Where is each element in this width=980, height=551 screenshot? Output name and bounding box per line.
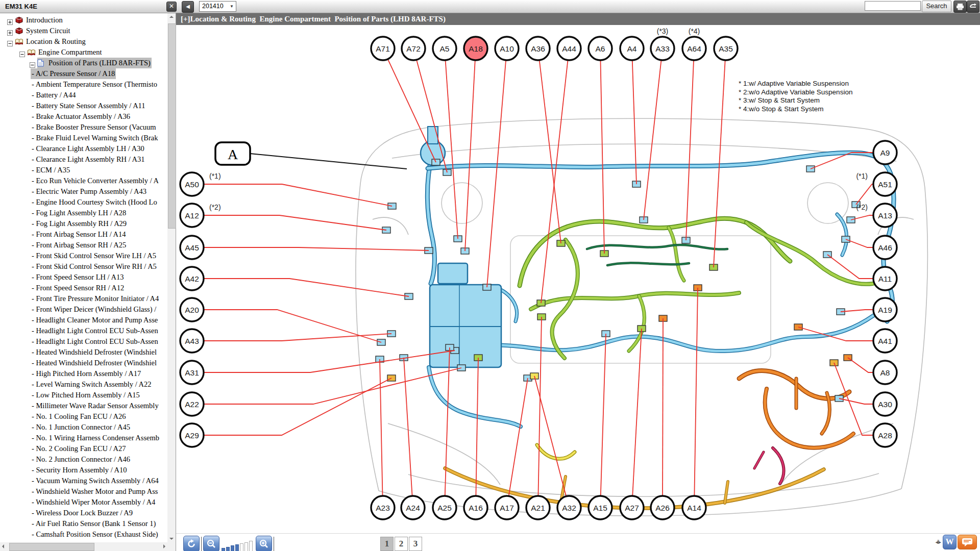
tree-item[interactable]: System Circuit	[0, 26, 167, 36]
tree-item[interactable]: - Fog Light Assembly RH / A29	[0, 218, 167, 229]
footnote-mark: (*1)	[856, 172, 868, 180]
feedback-chat-icon[interactable]	[958, 535, 977, 549]
tree-item[interactable]: - No. 1 Cooling Fan ECU / A26	[0, 411, 167, 422]
tree-item[interactable]: - Wireless Door Lock Buzzer / A9	[0, 508, 167, 518]
collapse-minus-icon[interactable]	[19, 49, 25, 55]
tree-item[interactable]: Position of Parts (LHD 8AR-FTS)	[0, 58, 167, 68]
print-icon[interactable]	[953, 1, 967, 13]
sidebar: IntroductionSystem CircuitLocation & Rou…	[0, 13, 176, 551]
tree-item[interactable]: - Eco Run Vehicle Converter Assembly / A	[0, 176, 167, 186]
callout-label: A32	[562, 504, 576, 512]
tree-item[interactable]: - Ambient Temperature Sensor (Thermisto	[0, 79, 167, 90]
export-word-button[interactable]: W	[943, 535, 957, 549]
tree-item[interactable]: - Level Warning Switch Assembly / A22	[0, 379, 167, 390]
tree-item[interactable]: - Clearance Light Assembly LH / A30	[0, 143, 167, 154]
return-arrow-icon[interactable]	[967, 1, 979, 13]
zoom-out-icon[interactable]	[203, 536, 219, 551]
tree-item-label: - Headlight Light Control ECU Sub-Assen	[31, 325, 159, 336]
tree-item[interactable]: - Engine Hood Courtesy Switch (Hood Lo	[0, 197, 167, 208]
tree-item[interactable]: - Heated Windshield Defroster (Windshiel	[0, 347, 167, 358]
tree-item[interactable]: - Front Skid Control Sensor Wire LH / A5	[0, 251, 167, 261]
tree-item[interactable]: - Security Horn Assembly / A10	[0, 465, 167, 475]
scroll-right-icon[interactable]	[163, 544, 165, 548]
tree-item[interactable]: - Electric Water Pump Assembly / A43	[0, 186, 167, 197]
collapse-minus-icon[interactable]	[7, 39, 13, 44]
tree-item[interactable]: - Brake Actuator Assembly / A36	[0, 111, 167, 122]
tree-item[interactable]: - Headlight Cleaner Motor and Pump Asse	[0, 315, 167, 325]
tree-item-label: - Front Skid Control Sensor Wire RH / A5	[31, 261, 158, 272]
vertical-scroll-thumb[interactable]	[168, 23, 176, 229]
tree-item[interactable]: - Front Tire Pressure Monitor Initiator …	[0, 293, 167, 304]
tree-item[interactable]: - Brake Fluid Level Warning Switch (Brak	[0, 133, 167, 143]
sidebar-horizontal-scrollbar[interactable]	[0, 542, 167, 551]
tree-item[interactable]: Location & Routing	[0, 36, 167, 47]
resize-handle-icon[interactable]: ◂‖▸	[935, 539, 940, 545]
search-button[interactable]: Search	[922, 1, 951, 12]
refresh-icon[interactable]	[183, 536, 200, 551]
leader-line-A5	[445, 48, 458, 239]
tree-item-label: - Engine Hood Courtesy Switch (Hood Lo	[31, 197, 158, 208]
tree-item[interactable]: - Clearance Light Assembly RH / A31	[0, 154, 167, 165]
tree-item[interactable]: - No. 2 Junction Connector / A46	[0, 454, 167, 465]
tree-item[interactable]: - Front Airbag Sensor LH / A14	[0, 229, 167, 240]
scroll-up-icon[interactable]	[169, 16, 174, 18]
close-icon[interactable]: ✕	[166, 2, 177, 12]
scroll-left-icon[interactable]	[2, 544, 4, 548]
leader-line-A26	[663, 318, 663, 508]
callout-label: A50	[185, 180, 199, 189]
tree-item[interactable]: - Heated Windshield Defroster (Windshiel	[0, 358, 167, 368]
leader-line-A44	[541, 48, 569, 303]
tree-item[interactable]: Introduction	[0, 15, 167, 26]
tree-item-label: - No. 1 Junction Connector / A45	[31, 422, 131, 433]
tree-item[interactable]: - Vacuum Warning Switch Assembly / A64	[0, 475, 167, 486]
tree-item[interactable]: - ECM / A35	[0, 165, 167, 176]
version-dropdown[interactable]: 201410 ▼	[199, 1, 236, 12]
tree-item[interactable]: - Headlight Light Control ECU Sub-Assen	[0, 336, 167, 347]
leader-line-A35	[714, 48, 726, 267]
tree-item[interactable]: - Front Airbag Sensor RH / A25	[0, 240, 167, 251]
tree-item[interactable]: - No. 2 Cooling Fan ECU / A27	[0, 443, 167, 454]
tree-item[interactable]: - Front Wiper Deicer (Windshield Glass) …	[0, 304, 167, 315]
tree-item[interactable]: - Battery / A44	[0, 90, 167, 101]
leader-line-A15	[600, 334, 606, 508]
page-button-2[interactable]: 2	[395, 537, 408, 551]
tree-item[interactable]: - Low Pitched Horn Assembly / A15	[0, 390, 167, 400]
tree-item[interactable]: - Camshaft Position Sensor (Exhaust Side…	[0, 529, 167, 540]
tree-item-label: - Front Airbag Sensor LH / A14	[31, 229, 127, 240]
expand-plus-icon[interactable]	[7, 17, 13, 23]
tree-item[interactable]: - No. 1 Junction Connector / A45	[0, 422, 167, 433]
tree-item[interactable]: - A/C Pressure Sensor / A18	[0, 68, 167, 79]
sidebar-vertical-scrollbar[interactable]	[167, 13, 176, 542]
tree-item[interactable]: - No. 1 Wiring Harness Condenser Assemb	[0, 433, 167, 443]
tree-item-label: - Clearance Light Assembly LH / A30	[31, 143, 145, 154]
tree-item[interactable]: - Brake Booster Pressure Sensor (Vacuum	[0, 122, 167, 133]
tree-item[interactable]: - Battery State Sensor Assembly / A11	[0, 101, 167, 111]
tree-item-label: - Brake Actuator Assembly / A36	[31, 111, 131, 122]
horizontal-scroll-thumb[interactable]	[9, 543, 94, 551]
tree-item[interactable]: - Front Skid Control Sensor Wire RH / A5	[0, 261, 167, 272]
tree-item[interactable]: Engine Compartment	[0, 47, 167, 58]
footnote-line: * 3:w/ Stop & Start System	[739, 96, 820, 104]
page-button-3[interactable]: 3	[409, 537, 422, 551]
callout-label: A35	[719, 44, 733, 53]
tree-item[interactable]: - Millimeter Wave Radar Sensor Assembly	[0, 400, 167, 411]
tree-item[interactable]: - Windshield Washer Motor and Pump Ass	[0, 486, 167, 497]
callout-label: A36	[531, 44, 545, 53]
tree-item[interactable]: - Headlight Light Control ECU Sub-Assen	[0, 325, 167, 336]
zoom-in-icon[interactable]	[256, 536, 272, 551]
page-button-1[interactable]: 1	[380, 537, 394, 551]
tree-item-label: - Front Skid Control Sensor Wire LH / A5	[31, 251, 157, 261]
tree-item[interactable]: - Front Speed Sensor LH / A13	[0, 272, 167, 283]
tree-item[interactable]: - Front Speed Sensor RH / A12	[0, 283, 167, 293]
scroll-down-icon[interactable]	[169, 538, 174, 540]
zoom-level-indicator[interactable]	[222, 541, 254, 551]
leader-line-A4	[632, 48, 636, 184]
collapse-minus-icon[interactable]	[30, 60, 35, 66]
tree-item[interactable]: - Windshield Wiper Motor Assembly / A4	[0, 497, 167, 508]
tree-item[interactable]: - Fog Light Assembly LH / A28	[0, 208, 167, 218]
tree-item[interactable]: - High Pitched Horn Assembly / A17	[0, 368, 167, 379]
back-icon[interactable]: ◀	[182, 1, 194, 13]
expand-plus-icon[interactable]	[7, 28, 13, 34]
tree-item[interactable]: - Air Fuel Ratio Sensor (Bank 1 Sensor 1…	[0, 518, 167, 529]
search-input[interactable]	[865, 1, 921, 11]
